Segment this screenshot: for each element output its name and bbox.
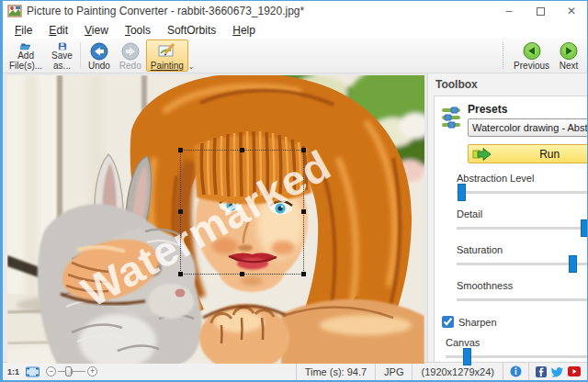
toolbar: Add File(s)... Save as... Undo xyxy=(3,39,587,73)
canvas-pencil-icon xyxy=(157,42,177,61)
dimensions-status: (1920x1279x24) xyxy=(412,363,503,380)
actual-size-button[interactable]: 1:1 xyxy=(6,366,21,377)
slider-label: Saturation xyxy=(457,244,588,255)
facebook-icon[interactable] xyxy=(536,366,547,377)
selection-handle[interactable] xyxy=(301,209,306,214)
app-icon xyxy=(7,4,22,18)
zoom-out-icon[interactable]: − xyxy=(46,366,56,376)
zoom-in-icon[interactable]: + xyxy=(87,366,97,376)
open-folder-icon xyxy=(15,42,37,51)
slider-track[interactable] xyxy=(457,298,588,301)
save-as-button[interactable]: Save as... xyxy=(47,39,77,72)
sharpen-row: Sharpen xyxy=(442,316,588,328)
selection-handle[interactable] xyxy=(240,272,244,276)
maximize-button[interactable] xyxy=(525,1,556,21)
format-status: JPG xyxy=(375,363,412,380)
selection-handle[interactable] xyxy=(178,209,183,214)
maximize-icon xyxy=(537,7,545,16)
green-left-arrow-icon xyxy=(522,42,542,61)
slider-detail: Detail xyxy=(457,208,588,230)
slider-smoothness: Smoothness xyxy=(457,280,588,301)
slider-track[interactable] xyxy=(457,263,588,265)
selection-handle[interactable] xyxy=(301,148,306,152)
window-title: Picture to Painting Converter - rabbit-3… xyxy=(27,5,304,17)
slider-track[interactable] xyxy=(446,355,588,358)
selection-handle[interactable] xyxy=(301,272,306,276)
slider-thumb[interactable] xyxy=(458,184,466,201)
presets-sliders-icon xyxy=(440,102,468,137)
minimize-button[interactable]: – xyxy=(493,1,525,21)
slider-label: Abstraction Level xyxy=(457,173,588,184)
app-window: Picture to Painting Converter - rabbit-3… xyxy=(0,0,588,382)
menu-item-view[interactable]: View xyxy=(76,22,117,39)
previous-button[interactable]: Previous xyxy=(509,39,554,72)
slider-label: Smoothness xyxy=(457,280,588,291)
redo-button[interactable]: Redo xyxy=(115,39,146,72)
zoom-slider-thumb[interactable] xyxy=(65,366,72,376)
slider-label: Detail xyxy=(457,208,588,219)
canvas-slider-slot: Canvas xyxy=(440,337,588,358)
slider-abstraction-level: Abstraction Level xyxy=(457,173,588,194)
slider-thumb[interactable] xyxy=(581,219,588,237)
sliders-container: Abstraction LevelDetailSaturationSmoothn… xyxy=(440,173,588,301)
zoom-tick xyxy=(72,369,73,374)
selection-rectangle[interactable] xyxy=(180,150,304,275)
slider-track[interactable] xyxy=(457,191,588,194)
menu-item-file[interactable]: File xyxy=(6,22,40,39)
menu-item-softorbits[interactable]: SoftOrbits xyxy=(159,22,224,39)
run-label: Run xyxy=(498,148,588,161)
info-icon[interactable] xyxy=(510,365,522,377)
title-bar: Picture to Painting Converter - rabbit-3… xyxy=(3,1,587,21)
youtube-icon[interactable] xyxy=(568,366,581,376)
toolbar-separator xyxy=(80,42,81,69)
twitter-icon[interactable] xyxy=(551,366,563,377)
run-button[interactable]: Run xyxy=(468,144,588,163)
toolbox-header: Toolbox ✕ xyxy=(428,73,588,94)
toolbar-gripper[interactable] xyxy=(503,42,503,69)
green-right-arrow-icon xyxy=(559,42,579,61)
preset-dropdown[interactable]: Watercolor drawing - Abstractio ∨ xyxy=(468,118,588,137)
fit-screen-icon xyxy=(25,365,40,378)
undo-circle-icon xyxy=(89,42,109,61)
slider-canvas: Canvas xyxy=(446,337,588,358)
painting-button[interactable]: Painting xyxy=(146,39,188,72)
toolbar-overflow-chevron-icon[interactable]: ⌄ xyxy=(188,62,195,71)
preset-value: Watercolor drawing - Abstractio xyxy=(472,122,588,133)
presets-label: Presets xyxy=(468,103,588,116)
sharpen-label: Sharpen xyxy=(458,317,497,328)
slider-thumb[interactable] xyxy=(463,348,471,365)
image-canvas-area[interactable]: Watermarked xyxy=(3,73,427,362)
redo-circle-icon xyxy=(120,42,141,61)
slider-saturation: Saturation xyxy=(457,244,588,265)
zoom-slider[interactable]: − + xyxy=(46,366,97,376)
slider-thumb[interactable] xyxy=(569,255,577,273)
add-files-button[interactable]: Add File(s)... xyxy=(5,39,47,72)
undo-button[interactable]: Undo xyxy=(84,39,115,72)
next-button[interactable]: Next xyxy=(554,39,583,72)
toolbox-content: Presets Watercolor drawing - Abstractio … xyxy=(434,96,588,382)
painting-image[interactable]: Watermarked xyxy=(7,75,424,364)
fit-screen-button[interactable] xyxy=(25,365,40,378)
time-status: Time (s): 94.7 xyxy=(296,363,375,380)
green-run-arrow-icon xyxy=(472,147,492,162)
status-bar: 1:1 − + Time (s): 94.7 JPG (1920x1279x24… xyxy=(3,362,587,380)
sharpen-checkbox[interactable] xyxy=(442,316,454,328)
floppy-icon xyxy=(54,42,71,51)
slider-label: Canvas xyxy=(446,337,588,348)
close-button[interactable]: ✕ xyxy=(556,1,587,21)
selection-handle[interactable] xyxy=(178,148,183,152)
toolbox-title: Toolbox xyxy=(435,78,478,91)
menu-bar: FileEditViewToolsSoftOrbitsHelp xyxy=(3,21,587,39)
menu-item-edit[interactable]: Edit xyxy=(40,22,76,39)
toolbox-panel: Toolbox ✕ xyxy=(427,73,588,362)
selection-handle[interactable] xyxy=(178,272,183,276)
slider-track[interactable] xyxy=(457,227,588,230)
menu-item-tools[interactable]: Tools xyxy=(117,22,159,39)
menu-item-help[interactable]: Help xyxy=(224,22,264,39)
selection-handle[interactable] xyxy=(240,148,244,152)
